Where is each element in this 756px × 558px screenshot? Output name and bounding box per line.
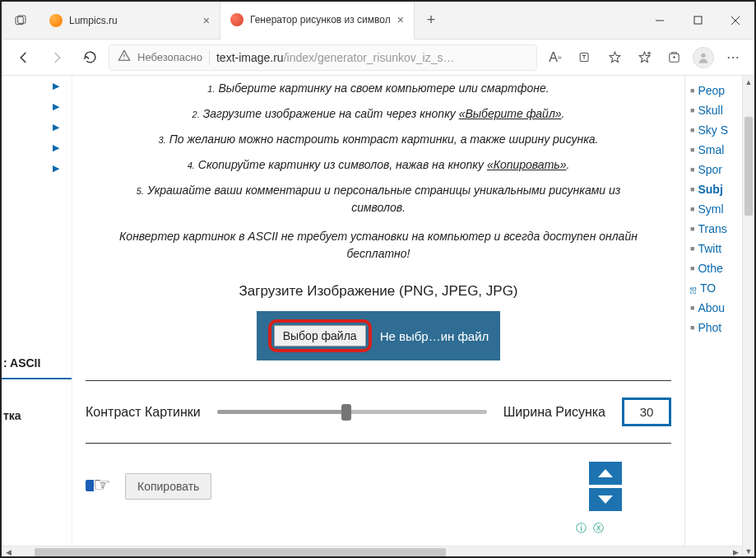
main-content: 1.Выберите картинку на своем компьютере … — [72, 76, 684, 546]
instruction-4: 4.Скопируйте картинку из символов, нажав… — [86, 152, 671, 178]
slider-thumb[interactable] — [341, 404, 351, 421]
close-tab-icon[interactable]: × — [203, 14, 210, 27]
ad-info-icon[interactable]: ⓘ — [576, 522, 587, 534]
maximize-button[interactable] — [679, 2, 717, 39]
choose-file-button[interactable]: Выбор файла — [274, 325, 366, 346]
right-link[interactable]: ■Othe — [689, 258, 739, 278]
vertical-scrollbar[interactable]: ▲ ▼ — [742, 76, 754, 558]
tab-title: Lumpics.ru — [69, 15, 197, 26]
right-link[interactable]: ■Phot — [689, 318, 739, 337]
star-add-icon[interactable] — [601, 44, 628, 71]
scroll-down-arrow-icon[interactable]: ▼ — [743, 545, 754, 558]
separator — [209, 50, 210, 65]
upload-box: Выбор файла Не выбр…ин файл — [257, 311, 501, 360]
url-bar[interactable]: Небезопасно text-image.ru/index/generato… — [109, 44, 537, 71]
tagline: Конвертер картинок в ASCII не требует ус… — [86, 224, 671, 267]
right-link[interactable]: ■Sky S — [689, 120, 739, 140]
favorites-icon[interactable] — [631, 44, 657, 71]
highlight-frame: Выбор файла — [268, 319, 372, 352]
expand-icon[interactable]: ▶ — [2, 158, 72, 179]
personal-tab-button[interactable] — [2, 2, 39, 39]
page-viewport: ▶ ▶ ▶ ▶ ▶ : ASCII тка ■Peop ■Skull ■Sky … — [2, 76, 754, 558]
svg-point-16 — [701, 53, 705, 57]
favicon-icon — [49, 14, 63, 27]
scroll-right-arrow-icon[interactable]: ▶ — [729, 546, 742, 558]
profile-avatar[interactable] — [690, 44, 717, 71]
width-input[interactable] — [622, 398, 671, 426]
translate-icon[interactable] — [572, 44, 598, 71]
address-bar-actions: A» ⋯ — [542, 44, 746, 71]
copy-row: Копировать — [86, 452, 671, 521]
scroll-up-arrow-icon[interactable]: ▲ — [743, 76, 754, 89]
scrollbar-thumb[interactable] — [35, 548, 446, 556]
svg-point-7 — [123, 58, 124, 58]
tab-text-image[interactable]: Генератор рисунков из символ × — [220, 2, 415, 40]
browser-titlebar: Lumpics.ru × Генератор рисунков из симво… — [2, 2, 754, 40]
right-link[interactable]: ■Subj — [689, 179, 739, 199]
right-link[interactable]: ■Abou — [689, 298, 739, 318]
contrast-slider[interactable] — [217, 404, 487, 421]
expand-icon[interactable]: ▶ — [2, 137, 72, 158]
scroll-buttons — [589, 462, 622, 511]
refresh-button[interactable] — [76, 44, 104, 72]
sidebar-label-tka[interactable]: тка — [2, 404, 72, 427]
controls-row: Контраст Картинки Ширина Рисунка — [86, 389, 671, 435]
instruction-2: 2.Загрузите изображение на сайт через кн… — [86, 101, 671, 127]
scroll-left-arrow-icon[interactable]: ◀ — [2, 546, 15, 558]
instruction-1: 1.Выберите картинку на своем компьютере … — [86, 76, 671, 101]
horizontal-scrollbar[interactable]: ◀ ▶ — [2, 546, 742, 558]
left-sidebar-fragment: ▶ ▶ ▶ ▶ ▶ : ASCII тка — [2, 76, 72, 546]
scroll-up-button[interactable] — [589, 462, 622, 485]
menu-button[interactable]: ⋯ — [720, 44, 746, 71]
url-text: text-image.ru/index/generator_risunkov_i… — [216, 51, 454, 64]
ad-close-icon[interactable]: ⓧ — [593, 522, 604, 534]
width-label: Ширина Рисунка — [503, 405, 605, 420]
right-link[interactable]: ■Peop — [689, 81, 739, 100]
right-link[interactable]: ■Spor — [689, 160, 739, 179]
contrast-label: Контраст Картинки — [86, 405, 201, 420]
right-link[interactable]: ■Syml — [689, 199, 739, 219]
page-content: ▶ ▶ ▶ ▶ ▶ : ASCII тка ■Peop ■Skull ■Sky … — [2, 76, 742, 546]
instruction-5: 5.Украшайте ваши комментарии и персональ… — [86, 178, 671, 221]
new-tab-button[interactable]: + — [415, 2, 448, 39]
sidebar-label-ascii[interactable]: : ASCII — [2, 351, 72, 379]
security-warning-icon — [118, 49, 131, 66]
favicon-icon — [230, 13, 243, 26]
back-button[interactable] — [10, 44, 38, 72]
tab-lumpics[interactable]: Lumpics.ru × — [39, 2, 220, 39]
right-link[interactable]: ஐTO — [689, 278, 739, 298]
instruction-3: 3.По желанию можно настроить контраст ка… — [86, 127, 671, 152]
svg-marker-9 — [610, 52, 620, 62]
expand-icon[interactable]: ▶ — [2, 96, 72, 117]
scroll-down-button[interactable] — [589, 488, 622, 511]
expand-icon[interactable]: ▶ — [2, 76, 72, 96]
address-bar: Небезопасно text-image.ru/index/generato… — [2, 40, 754, 76]
read-aloud-icon[interactable]: A» — [542, 44, 568, 71]
upload-wrap: Выбор файла Не выбр…ин файл — [86, 311, 671, 360]
security-label: Небезопасно — [137, 51, 202, 63]
right-sidebar: ■Peop ■Skull ■Sky S ■Smal ■Spor ■Subj ■S… — [684, 76, 742, 546]
minimize-button[interactable] — [641, 2, 679, 39]
pointing-hand-icon — [86, 477, 117, 496]
divider — [86, 380, 671, 381]
right-link[interactable]: ■Smal — [689, 140, 739, 160]
tab-title: Генератор рисунков из символ — [250, 14, 391, 26]
right-link[interactable]: ■Skull — [689, 100, 739, 120]
copy-button[interactable]: Копировать — [125, 473, 211, 500]
expand-icon[interactable]: ▶ — [2, 117, 72, 137]
svg-rect-3 — [694, 16, 702, 24]
right-link[interactable]: ■Twitt — [689, 239, 739, 258]
close-tab-icon[interactable]: × — [397, 13, 404, 26]
close-window-button[interactable] — [717, 2, 754, 39]
scrollbar-thumb[interactable] — [744, 117, 753, 216]
file-status: Не выбр…ин файл — [380, 329, 489, 343]
forward-button[interactable] — [43, 44, 71, 72]
ad-close-row: ⓘ ⓧ — [86, 521, 671, 536]
upload-label: Загрузите Изображение (PNG, JPEG, JPG) — [86, 283, 671, 300]
right-link[interactable]: ■Trans — [689, 219, 739, 239]
divider — [86, 443, 671, 444]
collections-icon[interactable] — [661, 44, 687, 71]
window-controls — [641, 2, 754, 39]
